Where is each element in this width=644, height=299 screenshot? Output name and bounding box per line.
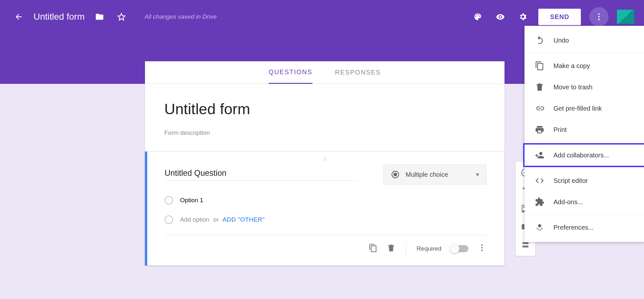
svg-point-7 xyxy=(481,250,483,251)
radio-icon xyxy=(391,170,400,179)
or-label: or xyxy=(213,216,219,223)
menu-add-collaborators[interactable]: Add collaborators... xyxy=(524,145,644,166)
save-status: All changes saved in Drive xyxy=(145,13,217,20)
menu-move-trash[interactable]: Move to trash xyxy=(524,76,644,98)
separator xyxy=(524,214,644,215)
preview-eye-icon[interactable] xyxy=(493,10,507,24)
drag-handle-icon[interactable]: ⠿ xyxy=(165,157,486,164)
menu-label: Add-ons... xyxy=(553,198,583,206)
question-more-icon[interactable] xyxy=(477,243,486,254)
separator xyxy=(524,53,644,53)
menu-preferences[interactable]: Preferences... xyxy=(524,217,644,238)
menu-label: Get pre-filled link xyxy=(553,105,602,112)
svg-rect-12 xyxy=(523,242,529,244)
trash-icon[interactable] xyxy=(387,244,396,254)
tabs: QUESTIONS RESPONSES xyxy=(145,61,505,84)
send-button[interactable]: SEND xyxy=(538,9,581,25)
duplicate-icon[interactable] xyxy=(369,244,378,254)
svg-point-5 xyxy=(481,244,483,246)
menu-label: Print xyxy=(553,126,567,134)
question-type-select[interactable]: Multiple choice ▾ xyxy=(383,164,486,184)
svg-rect-13 xyxy=(523,245,529,247)
menu-addons[interactable]: Add-ons... xyxy=(524,191,644,213)
menu-prefilled-link[interactable]: Get pre-filled link xyxy=(524,98,644,119)
add-option-row[interactable]: Add option or ADD "OTHER" xyxy=(165,215,486,224)
more-menu-button[interactable] xyxy=(589,7,609,26)
question-title-input[interactable]: Untitled Question xyxy=(165,164,358,181)
radio-icon xyxy=(165,196,173,204)
settings-gear-icon[interactable] xyxy=(516,10,530,24)
menu-label: Add collaborators... xyxy=(553,152,609,159)
radio-icon xyxy=(165,215,173,224)
menu-make-copy[interactable]: Make a copy xyxy=(524,55,644,76)
separator xyxy=(524,168,644,168)
avatar[interactable] xyxy=(617,10,634,24)
menu-undo[interactable]: Undo xyxy=(524,30,644,51)
menu-label: Preferences... xyxy=(553,224,594,231)
form-description[interactable]: Form description xyxy=(164,129,485,136)
form-card: QUESTIONS RESPONSES Untitled form Form d… xyxy=(145,61,505,265)
required-label: Required xyxy=(417,245,441,252)
menu-print[interactable]: Print xyxy=(524,119,644,140)
svg-point-1 xyxy=(598,16,600,18)
back-arrow-icon[interactable] xyxy=(12,10,26,24)
option-text[interactable]: Option 1 xyxy=(180,197,203,204)
menu-script-editor[interactable]: Script editor xyxy=(524,170,644,191)
tab-responses[interactable]: RESPONSES xyxy=(335,62,381,83)
palette-icon[interactable] xyxy=(471,10,485,24)
svg-point-2 xyxy=(598,19,600,20)
option-row[interactable]: Option 1 xyxy=(165,196,486,204)
svg-point-0 xyxy=(598,14,600,15)
tab-questions[interactable]: QUESTIONS xyxy=(269,61,312,84)
chevron-down-icon: ▾ xyxy=(476,171,479,178)
separator xyxy=(406,242,406,255)
menu-label: Undo xyxy=(553,37,569,44)
svg-point-4 xyxy=(393,173,397,176)
menu-label: Make a copy xyxy=(553,62,590,70)
add-other-button[interactable]: ADD "OTHER" xyxy=(223,216,265,223)
required-toggle[interactable] xyxy=(450,245,468,252)
question-type-label: Multiple choice xyxy=(406,171,448,178)
add-option-label[interactable]: Add option xyxy=(180,216,209,223)
star-icon[interactable] xyxy=(114,10,129,24)
folder-icon[interactable] xyxy=(92,10,107,24)
menu-label: Script editor xyxy=(553,177,588,184)
menu-label: Move to trash xyxy=(553,84,592,91)
svg-point-6 xyxy=(481,247,483,249)
separator xyxy=(524,142,644,143)
more-menu: Undo Make a copy Move to trash Get pre-f… xyxy=(524,26,644,242)
header-form-title[interactable]: Untitled form xyxy=(34,12,85,22)
question-card: ⠿ Untitled Question Multiple choice ▾ Op… xyxy=(145,152,505,265)
form-title[interactable]: Untitled form xyxy=(164,100,485,118)
